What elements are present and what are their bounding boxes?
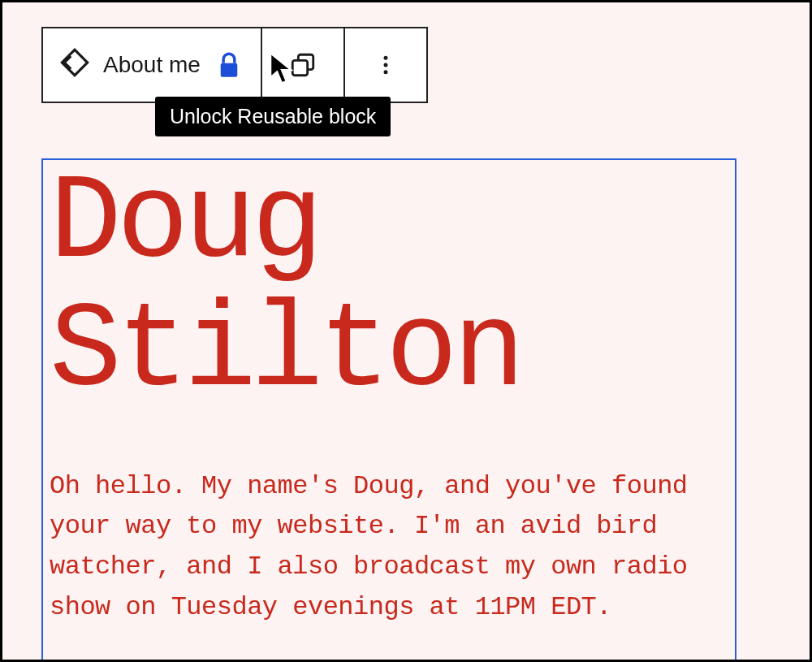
more-options-button[interactable] [343,28,426,102]
copy-icon [279,51,327,79]
lock-icon[interactable] [214,52,244,78]
block-name-label: About me [103,52,201,78]
block-type-button[interactable]: About me [43,28,261,102]
site-title-heading[interactable]: Doug Stilton [50,160,728,418]
svg-rect-1 [221,63,238,77]
copy-button[interactable] [261,28,343,102]
svg-point-5 [383,63,387,67]
more-vertical-icon [361,51,410,79]
svg-rect-3 [292,60,307,75]
tooltip: Unlock Reusable block [155,97,391,136]
intro-paragraph[interactable]: Oh hello. My name's Doug, and you've fou… [50,466,728,627]
reusable-block-icon [59,47,90,84]
svg-point-4 [383,56,387,60]
svg-point-6 [383,70,387,74]
block-toolbar: About me [41,27,428,103]
reusable-block-content[interactable]: Doug Stilton Oh hello. My name's Doug, a… [41,158,736,662]
